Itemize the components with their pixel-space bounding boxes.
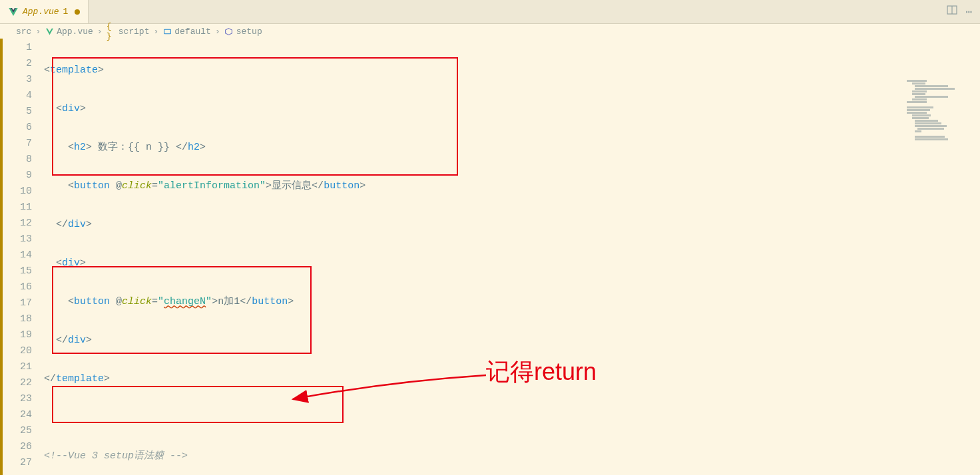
line-number: 13 [3,232,32,247]
tab-app-vue[interactable]: App.vue 1 [0,0,89,23]
code-content[interactable]: <template> <div> <h2> 数字：{{ n }} </h2> <… [44,39,980,475]
line-number: 25 [3,423,32,439]
line-number: 22 [3,375,32,391]
chevron-right-icon: › [153,27,158,37]
gutter: 1 2 3 4 5 6 7 8 9 10 11 12 13 14 15 16 1… [3,39,44,475]
line-number: 16 [3,279,32,295]
breadcrumb-item[interactable]: App.vue [57,27,93,37]
code-line[interactable]: <!--Vue 3 setup语法糖 --> [44,448,980,464]
line-number: 14 [3,247,32,263]
tab-bar: App.vue 1 ⋯ [0,0,980,24]
line-number: 27 [3,455,32,471]
breadcrumb-item[interactable]: default [174,27,211,37]
split-editor-icon[interactable] [947,5,957,19]
tab-actions: ⋯ [939,0,980,23]
breadcrumb-item[interactable]: src [16,27,31,37]
breadcrumb[interactable]: src › App.vue › { } script › default › s… [0,24,980,39]
tab-label: App.vue [23,7,59,17]
chevron-right-icon: › [35,27,41,37]
line-number: 17 [3,295,32,311]
line-number: 4 [3,88,32,104]
line-number: 24 [3,407,32,423]
line-number: 23 [3,391,32,407]
line-number: 8 [3,152,32,168]
vue-icon [45,27,54,36]
line-number: 9 [3,168,32,184]
breadcrumb-item[interactable]: script [119,27,150,37]
breadcrumb-item[interactable]: setup [236,27,262,37]
chevron-right-icon: › [97,27,103,37]
line-number: 20 [3,343,32,359]
line-number: 10 [3,184,32,200]
code-line[interactable]: </div> [44,333,980,349]
code-line[interactable]: <h2> 数字：{{ n }} </h2> [44,140,980,156]
line-number: 5 [3,104,32,120]
code-line[interactable]: </div> [44,217,980,233]
more-actions-icon[interactable]: ⋯ [965,5,972,19]
chevron-right-icon: › [215,27,220,37]
code-line[interactable]: <button @click="changeN">n加1</button> [44,294,980,310]
line-number: 15 [3,263,32,279]
modified-dot-icon [75,9,80,15]
line-number: 19 [3,327,32,343]
code-line[interactable]: <div> [44,101,980,117]
line-number: 21 [3,359,32,375]
line-number: 1 [3,40,32,56]
code-line[interactable]: </template> [44,371,980,387]
line-number: 26 [3,439,32,455]
line-number: 2 [3,56,32,72]
code-line[interactable] [44,410,980,426]
symbol-icon [162,27,172,36]
tab-modified-count: 1 [63,7,69,17]
svg-rect-2 [164,29,170,34]
method-icon [224,27,234,36]
code-line[interactable]: <div> [44,255,980,271]
vue-icon [8,7,19,17]
line-number: 12 [3,216,32,232]
code-line[interactable]: <template> [44,63,980,79]
line-number: 18 [3,311,32,327]
line-number: 6 [3,120,32,136]
editor-area: 1 2 3 4 5 6 7 8 9 10 11 12 13 14 15 16 1… [0,39,980,475]
line-number: 7 [3,136,32,152]
line-number: 11 [3,200,32,216]
braces-icon: { } [107,27,116,36]
line-number: 3 [3,72,32,88]
code-line[interactable]: <button @click="alertInformation">显示信息</… [44,178,980,194]
